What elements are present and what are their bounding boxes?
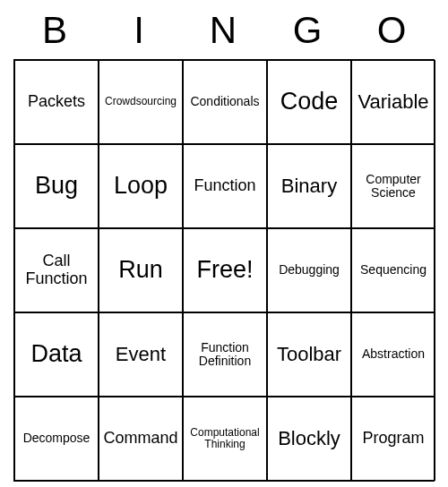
header-letter-b: B xyxy=(13,9,98,52)
bingo-cell[interactable]: Computational Thinking xyxy=(183,397,267,481)
header-letter-g: G xyxy=(266,9,350,52)
bingo-cell[interactable]: Toolbar xyxy=(267,312,351,397)
bingo-cell[interactable]: Program xyxy=(351,397,435,481)
bingo-cell[interactable]: Function xyxy=(183,144,267,228)
bingo-cell[interactable]: Command xyxy=(99,397,183,481)
bingo-cell[interactable]: Loop xyxy=(99,144,183,228)
bingo-cell[interactable]: Crowdsourcing xyxy=(99,60,183,144)
bingo-cell[interactable]: Data xyxy=(14,312,99,397)
header-letter-o: O xyxy=(350,9,435,52)
bingo-cell[interactable]: Sequencing xyxy=(351,228,435,312)
bingo-cell[interactable]: Event xyxy=(99,312,183,397)
bingo-cell[interactable]: Packets xyxy=(14,60,99,144)
bingo-header: B I N G O xyxy=(13,9,435,52)
bingo-cell[interactable]: Computer Science xyxy=(351,144,435,228)
bingo-cell-free[interactable]: Free! xyxy=(183,228,267,312)
bingo-cell[interactable]: Debugging xyxy=(267,228,351,312)
bingo-cell[interactable]: Call Function xyxy=(14,228,99,312)
bingo-cell[interactable]: Abstraction xyxy=(351,312,435,397)
bingo-cell[interactable]: Conditionals xyxy=(183,60,267,144)
bingo-cell[interactable]: Binary xyxy=(267,144,351,228)
bingo-cell[interactable]: Variable xyxy=(351,60,435,144)
bingo-grid: Packets Crowdsourcing Conditionals Code … xyxy=(13,59,435,482)
header-letter-n: N xyxy=(182,9,266,52)
bingo-cell[interactable]: Run xyxy=(99,228,183,312)
bingo-cell[interactable]: Blockly xyxy=(267,397,351,481)
bingo-cell[interactable]: Code xyxy=(267,60,351,144)
bingo-cell[interactable]: Function Definition xyxy=(183,312,267,397)
bingo-cell[interactable]: Bug xyxy=(14,144,99,228)
header-letter-i: I xyxy=(98,9,182,52)
bingo-cell[interactable]: Decompose xyxy=(14,397,99,481)
